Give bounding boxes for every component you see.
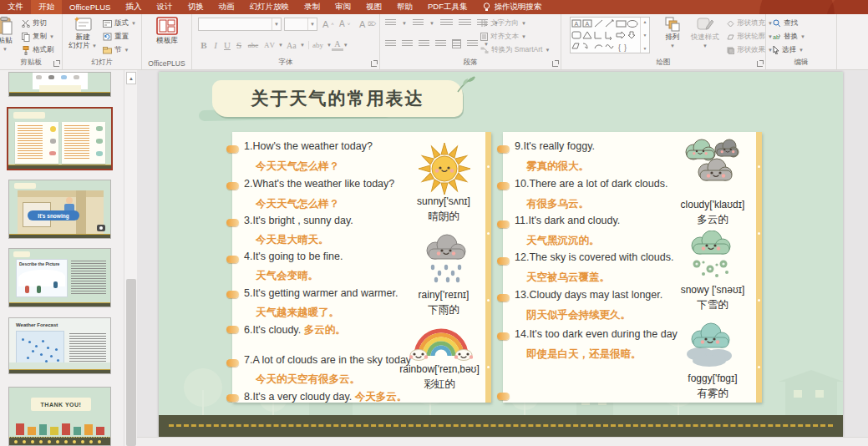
tab-help[interactable]: 帮助 xyxy=(389,0,420,14)
font-size-combo[interactable]: ▼ xyxy=(284,18,317,31)
slide-thumbnail-1[interactable] xyxy=(8,72,111,97)
tab-view[interactable]: 视图 xyxy=(358,0,389,14)
shape-gallery-scrollbar[interactable]: ▲▼▼ xyxy=(640,18,649,53)
character-spacing-button[interactable]: AV xyxy=(261,41,278,49)
section-icon xyxy=(103,47,112,54)
italic-button[interactable]: I xyxy=(210,40,221,50)
format-painter-button[interactable]: 格式刷 xyxy=(22,45,54,55)
shape-gallery[interactable]: A A {} ▲▼▼ xyxy=(570,17,650,53)
tab-animations[interactable]: 动画 xyxy=(211,0,241,14)
gallery-more-icon[interactable]: ▼ xyxy=(643,46,647,51)
strikethrough-button[interactable]: S xyxy=(233,40,245,50)
quick-styles-icon xyxy=(697,17,713,32)
slide-thumbnail-3[interactable]: It's snowing xyxy=(8,180,111,239)
underline-button[interactable]: U xyxy=(221,40,233,50)
bullets-button[interactable] xyxy=(385,19,396,27)
columns-button[interactable] xyxy=(452,39,461,48)
justify-button[interactable] xyxy=(435,40,446,48)
vocab-word: foggy['fɒgɪ] xyxy=(667,373,759,384)
quick-styles-button[interactable]: 快速样式▼ xyxy=(687,17,723,49)
list-item-zh: 有很多乌云。 xyxy=(526,197,589,211)
horizontal-scroll-area[interactable] xyxy=(137,437,868,446)
slide-thumbnail-4[interactable]: Describe the Picture xyxy=(8,248,111,307)
group-label-editing: 编辑 xyxy=(766,58,836,68)
reset-icon xyxy=(103,33,112,41)
left-text-card[interactable]: 1.How's the weather today? 今天天气怎么样？ 2.Wh… xyxy=(232,132,491,403)
list-item-en: 6.It's cloudy. 多云的。 xyxy=(244,323,346,337)
decrease-indent-button[interactable] xyxy=(440,19,453,27)
subscript-abc-button[interactable]: abc xyxy=(245,41,261,49)
convert-smartart-button[interactable]: 转换为 SmartArt▼ xyxy=(480,45,550,55)
change-case-button[interactable]: Aa xyxy=(283,41,300,50)
increase-indent-button[interactable] xyxy=(459,19,471,27)
current-slide[interactable]: 关于天气的常用表达 1.How's the weath xyxy=(159,72,843,437)
tab-record[interactable]: 录制 xyxy=(297,0,327,14)
paragraph-dialog-launcher-icon[interactable] xyxy=(552,61,558,67)
tab-design[interactable]: 设计 xyxy=(149,0,180,14)
list-item-en: 8.It's a very cloudy day. 今天多云。 xyxy=(244,390,407,404)
tab-review[interactable]: 审阅 xyxy=(327,0,358,14)
group-slides: 新建幻灯片 ▼ 版式▼ 重置 节▼ 幻灯片 xyxy=(63,14,142,69)
right-text-card[interactable]: 9.It's really foggy. 雾真的很大。 10.There are… xyxy=(503,132,762,403)
reset-button[interactable]: 重置 xyxy=(103,32,129,42)
scroll-down-icon[interactable]: ▼ xyxy=(643,33,647,38)
copy-button[interactable]: 复制▼ xyxy=(22,32,54,42)
paste-button[interactable]: 粘贴▼ xyxy=(0,17,18,53)
align-right-button[interactable] xyxy=(419,40,429,48)
find-button[interactable]: 查找 xyxy=(773,18,798,28)
list-item-zh: 即使是白天，还是很暗。 xyxy=(526,347,642,362)
align-center-button[interactable] xyxy=(402,40,413,48)
scroll-up-icon[interactable]: ▲ xyxy=(126,72,136,84)
slide-thumbnail-panel: It's snowing Describe the Picture Weathe… xyxy=(0,70,124,446)
slide-thumbnail-2-selected[interactable] xyxy=(7,107,113,170)
layout-button[interactable]: 版式▼ xyxy=(103,18,136,28)
drawing-dialog-launcher-icon[interactable] xyxy=(757,61,763,67)
vocab-zh: 晴朗的 xyxy=(399,210,488,224)
clear-formatting-button[interactable]: A⌦ xyxy=(359,19,376,29)
pointer-bullet-icon xyxy=(226,326,239,333)
svg-text:A: A xyxy=(586,21,590,27)
font-color-button[interactable]: A xyxy=(332,39,343,51)
clipboard-dialog-launcher-icon[interactable] xyxy=(53,61,59,67)
slide-thumbnail-5[interactable]: Weather Forecast xyxy=(8,317,111,374)
scrollbar-thumb[interactable] xyxy=(126,279,136,446)
bold-button[interactable]: B xyxy=(198,40,210,50)
text-direction-button[interactable]: 文字方向▼ xyxy=(480,18,526,28)
template-library-button[interactable]: 模板库 xyxy=(150,17,184,45)
cut-button[interactable]: 剪切 xyxy=(22,18,47,28)
card-edge-strip xyxy=(485,132,491,403)
arrange-button[interactable]: 排列▼ xyxy=(660,17,685,49)
group-officeplus: 模板库 OfficePLUS xyxy=(142,14,192,69)
font-name-combo[interactable]: ▼ xyxy=(198,18,282,31)
new-slide-button[interactable]: 新建幻灯片 ▼ xyxy=(66,17,99,50)
shrink-font-button[interactable]: A˅ xyxy=(339,19,350,28)
replace-button[interactable]: ab 替换▼ xyxy=(773,32,805,42)
tab-insert[interactable]: 插入 xyxy=(118,0,149,14)
list-item-en: 5.It's getting warmer and warmer. xyxy=(244,287,398,299)
font-dialog-launcher-icon[interactable] xyxy=(371,61,377,67)
numbering-button[interactable] xyxy=(413,19,424,27)
tab-transitions[interactable]: 切换 xyxy=(180,0,211,14)
mini-title: THANK YOU! xyxy=(41,402,82,408)
align-text-button[interactable]: 对齐文本▼ xyxy=(480,32,526,42)
scroll-up-icon[interactable]: ▲ xyxy=(643,19,647,24)
leaf-decoration-icon xyxy=(453,73,478,95)
pointer-bullet-icon xyxy=(497,257,510,265)
add-remove-columns-button[interactable] xyxy=(467,40,478,48)
slide-thumbnail-6[interactable]: THANK YOU! xyxy=(8,387,111,446)
section-button[interactable]: 节▼ xyxy=(103,45,129,55)
vocab-zh: 多云的 xyxy=(667,213,759,227)
tab-pdf-tools[interactable]: PDF工具集 xyxy=(420,0,475,14)
grow-font-button[interactable]: A˄ xyxy=(322,19,334,29)
tab-file[interactable]: 文件 xyxy=(0,0,31,14)
thumbnail-scrollbar[interactable]: ▲ xyxy=(124,70,137,446)
tab-officeplus[interactable]: OfficePLUS xyxy=(62,0,118,14)
tab-home[interactable]: 开始 xyxy=(31,0,62,14)
tab-slideshow[interactable]: 幻灯片放映 xyxy=(241,0,297,14)
select-button[interactable]: 选择▼ xyxy=(773,45,804,55)
align-left-button[interactable] xyxy=(385,40,396,48)
tell-me-search[interactable]: 操作说明搜索 xyxy=(475,0,550,14)
slide-title-banner[interactable]: 关于天气的常用表达 xyxy=(212,80,463,117)
highlight-color-button[interactable]: aby xyxy=(308,41,327,49)
replace-icon: ab xyxy=(773,33,781,41)
